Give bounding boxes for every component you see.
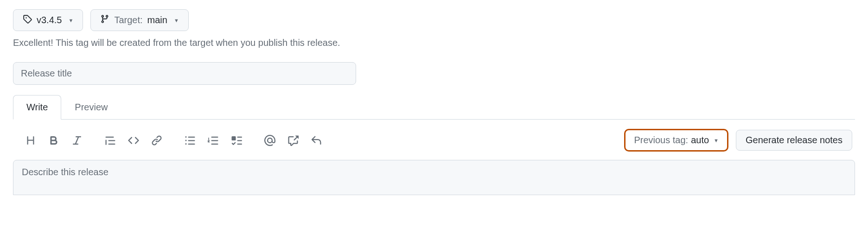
description-textarea[interactable] <box>13 160 855 195</box>
git-branch-icon <box>100 14 109 26</box>
release-title-input[interactable] <box>13 62 356 85</box>
reply-button[interactable] <box>310 134 323 147</box>
caret-down-icon: ▼ <box>174 18 179 23</box>
target-selector-button[interactable]: Target: main ▼ <box>90 9 188 31</box>
tag-selector-button[interactable]: v3.4.5 ▼ <box>13 9 83 31</box>
quote-button[interactable] <box>104 134 117 147</box>
target-value: main <box>147 15 167 25</box>
generate-release-notes-button[interactable]: Generate release notes <box>736 130 852 151</box>
code-button[interactable] <box>127 134 140 147</box>
tab-preview[interactable]: Preview <box>61 95 121 120</box>
bold-button[interactable] <box>47 134 60 147</box>
ordered-list-button[interactable] <box>207 134 220 147</box>
italic-button[interactable] <box>70 134 83 147</box>
task-list-button[interactable] <box>230 134 243 147</box>
mention-button[interactable] <box>263 134 276 147</box>
previous-tag-value: auto <box>691 135 709 146</box>
tag-icon <box>23 14 32 26</box>
tab-write[interactable]: Write <box>13 95 61 120</box>
caret-down-icon: ▼ <box>714 138 719 143</box>
previous-tag-label: Previous tag: <box>634 135 688 146</box>
markdown-toolbar <box>13 134 343 147</box>
tabnav: Write Preview <box>13 95 855 120</box>
unordered-list-button[interactable] <box>184 134 197 147</box>
heading-button[interactable] <box>24 134 37 147</box>
previous-tag-button[interactable]: Previous tag: auto ▼ <box>624 129 728 152</box>
link-button[interactable] <box>150 134 163 147</box>
tag-value: v3.4.5 <box>37 15 62 25</box>
cross-reference-button[interactable] <box>287 134 300 147</box>
helper-text: Excellent! This tag will be created from… <box>13 38 855 48</box>
target-label: Target: <box>114 15 142 25</box>
caret-down-icon: ▼ <box>68 18 73 23</box>
